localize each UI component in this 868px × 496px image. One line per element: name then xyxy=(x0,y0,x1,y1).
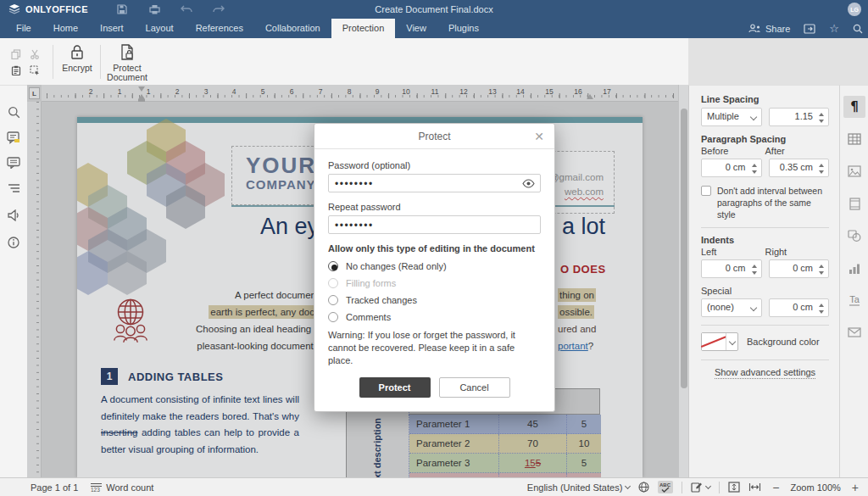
ruler-number: 14 xyxy=(516,87,524,96)
chat-icon[interactable] xyxy=(6,155,21,170)
special-label: Special xyxy=(701,286,762,296)
feedback-icon[interactable] xyxy=(6,208,21,223)
password-input[interactable]: •••••••• xyxy=(328,174,541,192)
right-indent-marker[interactable] xyxy=(587,94,593,99)
tab-references[interactable]: References xyxy=(185,19,254,38)
after-label: After xyxy=(765,146,823,156)
app-logo-label: ONLYOFFICE xyxy=(25,4,88,14)
image-settings-icon[interactable] xyxy=(843,160,865,182)
chart-settings-icon[interactable] xyxy=(843,257,865,279)
track-changes-button[interactable] xyxy=(691,482,710,493)
zoom-out-button[interactable]: − xyxy=(770,481,782,494)
spacing-before-spinner[interactable]: 0 cm xyxy=(701,159,762,177)
tab-plugins[interactable]: Plugins xyxy=(437,19,490,38)
share-button[interactable]: Share xyxy=(748,24,790,34)
document-heading-fragment: a lot xyxy=(562,214,605,240)
paste-button[interactable] xyxy=(7,62,25,78)
find-icon[interactable] xyxy=(6,104,21,120)
spinner-arrows-icon xyxy=(751,263,758,276)
fit-to-page-button[interactable] xyxy=(728,482,740,493)
protect-document-button[interactable]: Protect Document xyxy=(105,43,149,82)
headers-footers-settings-icon[interactable] xyxy=(843,192,865,215)
select-all-button[interactable] xyxy=(25,62,44,78)
tab-insert[interactable]: Insert xyxy=(89,19,135,38)
ruler-number: 17 xyxy=(603,87,610,96)
body-text-line-highlighted: earth is perfect, any doc xyxy=(209,305,316,319)
special-indent-select[interactable]: (none) xyxy=(701,298,762,317)
background-color-picker[interactable] xyxy=(701,332,738,351)
page-number-label: Page 1 of 1 xyxy=(31,482,78,493)
chevron-down-icon xyxy=(726,333,737,350)
tab-stop-selector[interactable]: L xyxy=(29,87,40,99)
table-cell: 10 xyxy=(567,434,601,453)
about-info-icon[interactable] xyxy=(6,235,21,250)
copy-button[interactable] xyxy=(7,46,25,62)
chevron-down-icon xyxy=(625,483,631,489)
indent-left-spinner[interactable]: 0 cm xyxy=(701,259,762,278)
cut-button[interactable] xyxy=(25,46,44,62)
tab-protection[interactable]: Protection xyxy=(331,19,396,38)
radio-tracked-changes[interactable]: Tracked changes xyxy=(328,295,541,305)
ruler-number: 3 xyxy=(204,87,209,96)
fit-to-width-button[interactable] xyxy=(748,482,761,492)
line-spacing-value-spinner[interactable]: 1.15 xyxy=(769,108,830,126)
comments-icon[interactable] xyxy=(6,130,21,145)
tab-file[interactable]: File xyxy=(5,19,42,38)
document-subheading-fragment: O DOES xyxy=(560,263,606,276)
tab-home[interactable]: Home xyxy=(42,19,89,38)
table-settings-icon[interactable] xyxy=(843,128,865,150)
protect-dialog: Protect ✕ Password (optional) •••••••• R… xyxy=(314,123,555,412)
print-button[interactable] xyxy=(147,3,161,16)
section-title: ADDING TABLES xyxy=(128,371,223,383)
repeat-password-input[interactable]: •••••••• xyxy=(328,215,541,234)
search-button[interactable] xyxy=(853,24,863,34)
close-icon[interactable]: ✕ xyxy=(532,130,546,143)
language-selector[interactable]: English (United States) xyxy=(527,482,631,493)
mail-merge-icon[interactable] xyxy=(843,321,865,343)
tab-view[interactable]: View xyxy=(395,19,437,38)
set-document-language-button[interactable] xyxy=(638,482,649,493)
protect-button[interactable]: Protect xyxy=(359,377,431,398)
indent-right-spinner[interactable]: 0 cm xyxy=(769,259,830,278)
cancel-button[interactable]: Cancel xyxy=(439,377,510,398)
ruler-number: 5 xyxy=(261,87,265,96)
encrypt-label: Encrypt xyxy=(62,64,92,73)
paragraph-settings-icon[interactable]: ¶ xyxy=(843,96,865,118)
first-line-indent-marker[interactable] xyxy=(138,86,145,92)
radio-comments[interactable]: Comments xyxy=(328,312,541,322)
special-indent-spinner[interactable]: 0 cm xyxy=(769,298,830,317)
redo-button[interactable] xyxy=(212,3,225,16)
zoom-in-button[interactable]: + xyxy=(849,481,861,494)
separator xyxy=(719,482,720,493)
spacing-after-spinner[interactable]: 0.35 cm xyxy=(769,159,830,177)
horizontal-ruler: 2 1 1 2 3 4 5 6 7 8 9 10 11 12 13 14 15 … xyxy=(42,85,678,102)
word-count-button[interactable]: 123 Word count xyxy=(90,482,153,493)
favorites-button[interactable]: ☆ xyxy=(829,22,839,35)
undo-button[interactable] xyxy=(180,3,193,16)
no-interval-checkbox[interactable]: Don't add interval between paragraphs of… xyxy=(701,185,829,220)
user-avatar[interactable]: LG xyxy=(848,3,861,16)
advanced-settings-link[interactable]: Show advanced settings xyxy=(701,367,829,377)
paragraph-settings-panel: Line Spacing Multiple 1.15 Paragraph Spa… xyxy=(688,85,839,477)
shape-settings-icon[interactable] xyxy=(843,225,865,247)
panel-divider xyxy=(701,227,829,228)
save-button[interactable] xyxy=(115,3,129,16)
line-spacing-type-select[interactable]: Multiple xyxy=(701,108,762,126)
radio-selected-icon xyxy=(328,261,338,271)
text-art-settings-icon[interactable]: Ta xyxy=(843,289,865,311)
spell-check-button[interactable]: ABC xyxy=(658,481,673,493)
status-bar: Page 1 of 1 123 Word count English (Unit… xyxy=(0,477,868,496)
radio-no-changes[interactable]: No changes (Read only) xyxy=(328,261,541,271)
encrypt-button[interactable]: Encrypt xyxy=(58,43,97,73)
navigation-headings-icon[interactable] xyxy=(6,181,21,196)
show-password-eye-icon[interactable] xyxy=(522,179,535,188)
scrollbar-thumb[interactable] xyxy=(681,109,687,388)
open-file-location-button[interactable] xyxy=(804,24,815,34)
indents-label: Indents xyxy=(701,235,829,245)
tab-collaboration[interactable]: Collaboration xyxy=(254,19,331,38)
body-text-line: ured and xyxy=(558,322,596,336)
tab-layout[interactable]: Layout xyxy=(135,19,185,38)
ruler-number: 10 xyxy=(402,87,409,96)
spinner-arrows-icon xyxy=(751,162,758,176)
word-count-icon: 123 xyxy=(90,482,103,493)
